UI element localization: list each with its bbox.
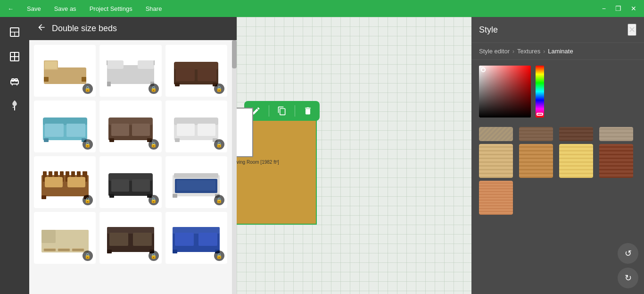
texture-item[interactable]	[479, 127, 513, 141]
lock-badge: 🔒	[149, 251, 159, 261]
svg-rect-76	[58, 249, 70, 251]
project-settings-button[interactable]: Project Settings	[87, 4, 135, 13]
svg-rect-79	[107, 227, 154, 234]
svg-rect-40	[111, 124, 129, 136]
svg-rect-18	[107, 60, 124, 69]
redo-button[interactable]: ↻	[618, 268, 638, 288]
sidebar-item-windows[interactable]	[4, 46, 25, 67]
list-item[interactable]: 🔒	[99, 101, 161, 152]
save-button[interactable]: Save	[24, 4, 44, 13]
list-item[interactable]: 🔒	[165, 45, 227, 97]
breadcrumb-current: Laminate	[548, 48, 573, 55]
back-button[interactable]: ←	[5, 4, 17, 13]
svg-rect-26	[175, 83, 180, 86]
maximize-button[interactable]: ❐	[612, 4, 624, 13]
catalog-scrollbar[interactable]	[232, 40, 237, 294]
svg-rect-74	[41, 230, 56, 243]
svg-rect-38	[109, 138, 114, 142]
action-buttons: ↺ ↻	[612, 237, 644, 294]
svg-rect-29	[198, 68, 216, 81]
texture-item[interactable]	[599, 144, 633, 178]
window-close-button[interactable]: ✕	[628, 4, 639, 13]
bed-image-9	[170, 165, 222, 200]
svg-rect-59	[41, 195, 46, 199]
list-item[interactable]: 🔒	[34, 156, 96, 208]
texture-item[interactable]	[519, 127, 553, 141]
undo-button[interactable]: ↺	[618, 243, 638, 264]
svg-rect-72	[177, 180, 215, 191]
svg-rect-86	[173, 250, 177, 253]
catalog-back-button[interactable]	[37, 23, 46, 34]
color-handle[interactable]	[481, 67, 486, 72]
texture-item[interactable]	[519, 144, 553, 178]
lock-badge: 🔒	[149, 139, 159, 150]
svg-rect-28	[176, 68, 195, 81]
list-item[interactable]: 🔒	[34, 45, 96, 97]
list-item[interactable]: 🔒	[165, 156, 227, 208]
svg-rect-77	[72, 249, 84, 251]
svg-rect-14	[45, 61, 57, 69]
color-gradient-picker[interactable]	[479, 66, 531, 118]
sidebar-item-furniture[interactable]	[4, 71, 25, 92]
list-item[interactable]: 🔒	[165, 101, 227, 152]
svg-rect-44	[175, 138, 180, 142]
bed-image-1	[39, 53, 91, 89]
lock-badge: 🔒	[214, 251, 224, 261]
color-picker-area	[471, 60, 644, 123]
lock-badge: 🔒	[214, 84, 224, 94]
svg-rect-47	[198, 124, 215, 136]
style-breadcrumb: Style editor › Textures › Laminate	[471, 43, 644, 60]
hue-slider[interactable]	[536, 66, 544, 118]
style-panel-title: Style	[479, 25, 498, 35]
scrollbar-thumb[interactable]	[232, 40, 237, 68]
texture-item[interactable]	[599, 127, 633, 141]
bed-image-3	[170, 53, 222, 89]
sidebar-item-floor-plan[interactable]	[4, 22, 25, 42]
lock-badge: 🔒	[83, 195, 93, 205]
breadcrumb-textures[interactable]: Textures	[517, 48, 540, 55]
list-item[interactable]: 🔒	[34, 212, 96, 264]
style-panel-close-button[interactable]: ✕	[627, 24, 636, 36]
list-item[interactable]: 🔒	[165, 212, 227, 264]
svg-rect-85	[173, 227, 220, 234]
minimize-button[interactable]: −	[599, 4, 609, 13]
float-toolbar	[244, 101, 320, 121]
svg-rect-32	[44, 138, 49, 142]
svg-rect-66	[132, 179, 150, 192]
svg-rect-12	[44, 67, 86, 84]
list-item[interactable]: 🔒	[99, 45, 161, 97]
texture-item[interactable]	[479, 181, 513, 215]
texture-item[interactable]	[559, 127, 593, 141]
svg-rect-15	[44, 77, 49, 82]
list-item[interactable]: 🔒	[99, 156, 161, 208]
hue-handle[interactable]	[537, 113, 543, 116]
list-item[interactable]: 🔒	[99, 212, 161, 264]
copy-button[interactable]	[275, 104, 289, 118]
svg-rect-41	[132, 124, 150, 136]
list-item[interactable]: 🔒	[34, 101, 96, 152]
share-button[interactable]: Share	[143, 4, 165, 13]
lock-badge: 🔒	[214, 139, 224, 150]
texture-grid	[471, 123, 644, 218]
svg-rect-80	[107, 250, 112, 253]
breadcrumb-style-editor[interactable]: Style editor	[479, 48, 510, 55]
svg-rect-16	[82, 77, 86, 82]
lock-badge: 🔒	[83, 139, 93, 150]
bed-image-5	[105, 109, 157, 144]
top-toolbar: ← Save Save as Project Settings Share − …	[0, 0, 644, 17]
texture-item[interactable]	[559, 144, 593, 178]
save-as-button[interactable]: Save as	[51, 4, 79, 13]
main-area: Living Room [1982 ft²]	[0, 17, 644, 294]
floor-plan-icon	[9, 26, 20, 38]
texture-item[interactable]	[479, 144, 513, 178]
bed-image-4	[39, 109, 91, 144]
furniture-icon	[9, 76, 20, 87]
svg-rect-57	[45, 177, 63, 187]
catalog-scroll[interactable]: 🔒 🔒	[29, 40, 232, 294]
back-icon	[37, 23, 46, 32]
sidebar-item-outdoor[interactable]	[4, 95, 25, 116]
svg-rect-35	[66, 124, 85, 137]
delete-button[interactable]	[301, 104, 315, 118]
breadcrumb-chevron-1: ›	[512, 48, 514, 55]
style-panel: Style ✕ Style editor › Textures › Lamina…	[471, 17, 644, 294]
